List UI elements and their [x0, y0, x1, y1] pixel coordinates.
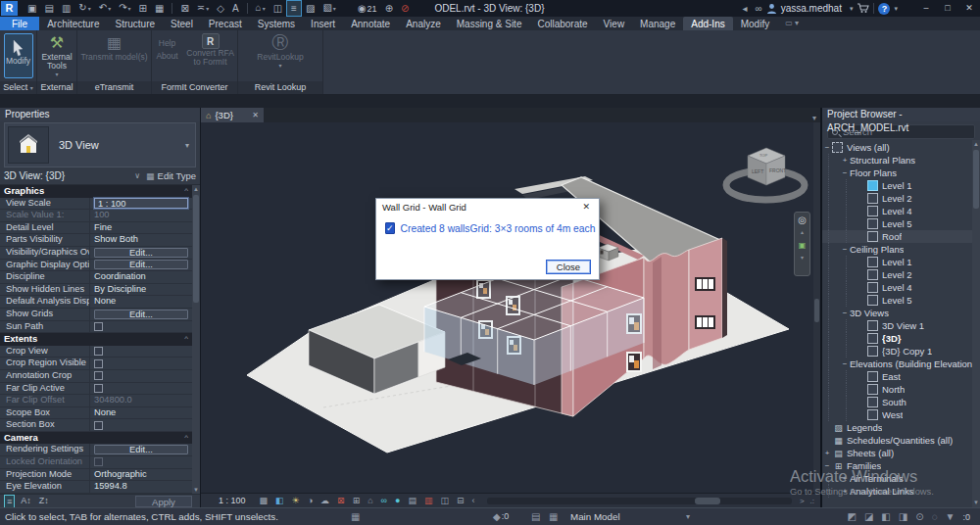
- property-value[interactable]: Edit...: [90, 444, 192, 455]
- property-checkbox[interactable]: [94, 371, 103, 380]
- tag-icon[interactable]: ◇: [213, 1, 228, 16]
- tree-item-level-2[interactable]: Level 2: [822, 192, 972, 205]
- tree-item-legends[interactable]: ▨Legends: [822, 421, 972, 434]
- tree-item-level-1[interactable]: Level 1: [822, 179, 972, 192]
- rendering-dialog-icon[interactable]: ☁: [317, 494, 333, 507]
- canvas-horizontal-scrollbar[interactable]: [487, 498, 792, 504]
- edit-button[interactable]: Edit...: [94, 248, 188, 258]
- visual-style-icon[interactable]: ◧: [271, 494, 288, 507]
- expand-icon[interactable]: −: [840, 245, 850, 254]
- tree-item-level-4[interactable]: Level 4: [822, 205, 972, 217]
- tab-massing-site[interactable]: Massing & Site: [449, 17, 530, 30]
- tree-item-level-4[interactable]: Level 4: [822, 281, 972, 294]
- tree-item-sheets-all-[interactable]: +▤Sheets (all): [822, 447, 972, 459]
- active-design-option-select[interactable]: Main Model: [570, 511, 688, 522]
- print-icon[interactable]: ⊞: [135, 1, 151, 16]
- help-icon[interactable]: ?: [878, 3, 890, 15]
- section-header-camera[interactable]: Camera^: [0, 432, 192, 445]
- tab-architecture[interactable]: Architecture: [39, 17, 107, 30]
- tree-item-floor-plans[interactable]: −Floor Plans: [822, 167, 972, 179]
- expand-icon[interactable]: −: [840, 309, 850, 317]
- tree-item--3d-[interactable]: {3D}: [822, 332, 972, 345]
- cart-icon[interactable]: [857, 3, 869, 14]
- constraints-icon[interactable]: ◫: [437, 494, 454, 507]
- default-3d-view-icon[interactable]: ⌂▾: [252, 0, 270, 17]
- property-value[interactable]: Edit...: [90, 260, 192, 271]
- modify-button[interactable]: Modify: [4, 33, 33, 78]
- panel-label-formit[interactable]: FormIt Converter: [152, 81, 237, 94]
- section-header-graphics[interactable]: Graphics^: [0, 185, 192, 198]
- transmit-models-button[interactable]: ▦ Transmit model(s): [78, 32, 149, 63]
- transfer-icon[interactable]: ▦: [151, 1, 168, 16]
- property-input[interactable]: 1 : 100: [94, 198, 188, 209]
- tree-item-views-all-[interactable]: −Views (all): [822, 141, 972, 154]
- user-caret-icon[interactable]: ▾: [850, 5, 854, 13]
- property-checkbox[interactable]: [94, 322, 103, 331]
- tab-structure[interactable]: Structure: [107, 17, 163, 30]
- properties-scrollbar[interactable]: ▲ ▼: [192, 185, 200, 494]
- tree-item-structural-plans[interactable]: +Structural Plans: [822, 154, 972, 167]
- property-value[interactable]: Edit...: [90, 309, 192, 320]
- tree-item-east[interactable]: East: [822, 370, 972, 383]
- filter-icon[interactable]: ▼: [946, 511, 956, 522]
- save-icon[interactable]: ▥: [58, 1, 74, 16]
- zoom-caret-up-icon[interactable]: ▴: [801, 227, 804, 238]
- property-value[interactable]: Show Both: [90, 234, 192, 246]
- tab-view[interactable]: View: [596, 17, 633, 30]
- tree-item-ceiling-plans[interactable]: −Ceiling Plans: [822, 243, 972, 256]
- property-value[interactable]: 15994.8: [90, 481, 192, 493]
- help-caret-icon[interactable]: ▾: [894, 5, 898, 13]
- help-button[interactable]: Help: [156, 38, 177, 48]
- design-options-dialog-icon[interactable]: ▦: [549, 511, 558, 522]
- tree-item-air-terminals[interactable]: +Air Terminals: [822, 472, 972, 485]
- property-value[interactable]: [90, 358, 192, 369]
- property-checkbox[interactable]: [94, 359, 103, 368]
- search-input[interactable]: [843, 126, 951, 137]
- browser-scrollbar[interactable]: ▲ ▼: [972, 140, 980, 507]
- panel-label-external[interactable]: External: [37, 81, 76, 94]
- binoculars-search-icon[interactable]: ∞: [756, 3, 762, 14]
- steering-wheel-icon[interactable]: ◎: [798, 215, 807, 225]
- canvas-vertical-scrollbar[interactable]: [813, 122, 820, 493]
- close-button[interactable]: ✕: [958, 0, 980, 17]
- minimize-button[interactable]: –: [915, 0, 937, 17]
- view-tab-3d[interactable]: ⌂ {3D} ✕: [201, 108, 264, 122]
- property-value[interactable]: [90, 370, 192, 382]
- tree-item-level-1[interactable]: Level 1: [822, 256, 972, 268]
- tab-file[interactable]: File: [0, 17, 39, 30]
- about-button[interactable]: About: [156, 51, 177, 61]
- dialog-close-button[interactable]: Close: [546, 260, 591, 274]
- type-selector-caret-icon[interactable]: ▾: [185, 141, 189, 150]
- reveal-hidden-icon[interactable]: ●: [391, 494, 404, 507]
- thin-lines-icon[interactable]: ≡: [286, 0, 302, 17]
- design-options-icon[interactable]: ◩: [847, 511, 856, 522]
- expand-icon[interactable]: +: [840, 474, 850, 483]
- undo-icon[interactable]: ↶▾: [95, 0, 115, 17]
- measure-icon[interactable]: ⊠: [176, 1, 192, 16]
- dialog-checkbox[interactable]: ✓: [385, 222, 395, 234]
- user-interface-icon[interactable]: ▧▾: [318, 0, 339, 17]
- property-value[interactable]: 1 : 100: [90, 198, 192, 210]
- sun-path-icon[interactable]: ☀: [288, 494, 304, 507]
- tree-item-families[interactable]: −⊞Families: [822, 459, 972, 472]
- tree-item-level-5[interactable]: Level 5: [822, 217, 972, 230]
- property-value[interactable]: [90, 419, 192, 431]
- property-value[interactable]: By Discipline: [90, 284, 192, 296]
- tab-manage[interactable]: Manage: [632, 17, 683, 30]
- restore-button[interactable]: □: [937, 0, 958, 17]
- expand-icon[interactable]: +: [822, 449, 832, 457]
- dialog-title-bar[interactable]: Wall Grid - Wall Grid ✕: [376, 199, 599, 215]
- property-value[interactable]: Fine: [90, 222, 192, 234]
- tree-item--3d-copy-1[interactable]: {3D} Copy 1: [822, 345, 972, 358]
- tree-item-elevations-building-elevation-[interactable]: −Elevations (Building Elevation): [822, 358, 972, 370]
- select-pinned-icon[interactable]: ◌: [932, 511, 938, 522]
- tree-item-schedules-quantities-all-[interactable]: ▦Schedules/Quantities (all): [822, 434, 972, 447]
- worksets-control[interactable]: ◆ :0: [493, 511, 509, 522]
- tab-annotate[interactable]: Annotate: [343, 17, 398, 30]
- view-cube-box[interactable]: LEFT FRONT TOP: [748, 148, 786, 185]
- main-model-options-icon[interactable]: ◪: [864, 511, 873, 522]
- switch-windows-icon[interactable]: ▣: [24, 1, 40, 16]
- convert-rfa-button[interactable]: R Convert RFA to FormIt: [183, 32, 238, 68]
- property-value[interactable]: [90, 346, 192, 358]
- zoom-icon[interactable]: ▣: [799, 240, 807, 251]
